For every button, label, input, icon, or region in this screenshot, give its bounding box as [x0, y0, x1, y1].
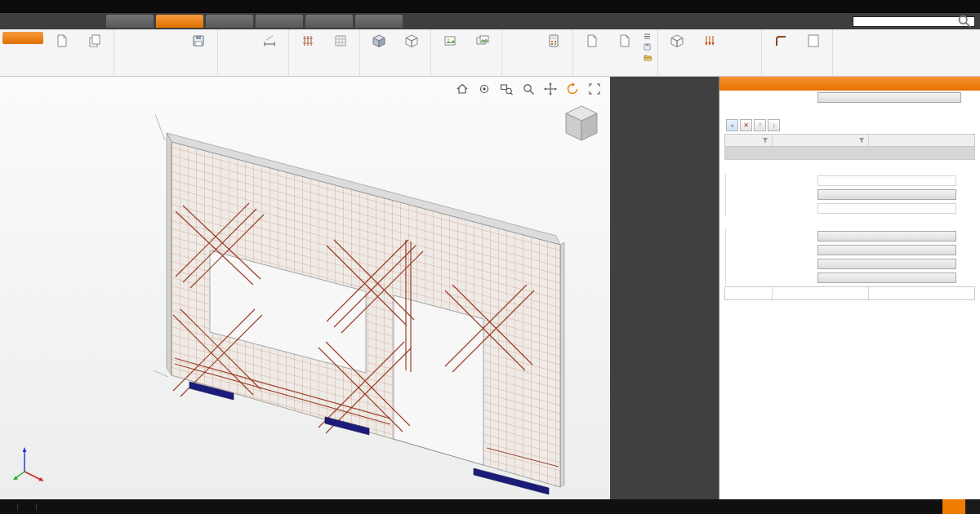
search-box[interactable] [853, 16, 975, 27]
group-label-pictures [434, 74, 499, 76]
position-section-body [725, 229, 980, 285]
dimension-lines-button[interactable] [253, 31, 286, 49]
filter-icon[interactable] [762, 137, 768, 144]
section-position[interactable] [719, 217, 980, 229]
open-folder-icon [643, 53, 653, 62]
move-impulse-down-button[interactable]: ↓ [768, 119, 780, 131]
load-case-type-select[interactable] [817, 92, 961, 103]
website-link[interactable] [942, 499, 965, 514]
ribbon-group-templates [573, 29, 658, 76]
master-select[interactable] [817, 245, 956, 255]
tab-report[interactable] [305, 15, 353, 28]
tab-materials[interactable] [355, 15, 403, 28]
ribbon-group-project-items [0, 29, 114, 76]
ribbon-group-new [658, 29, 762, 76]
load-impulse-row-ll1[interactable] [725, 147, 974, 159]
tab-design[interactable] [156, 15, 203, 28]
title-bar [0, 0, 980, 13]
f-value-field[interactable] [817, 175, 956, 186]
calculation-settings-button[interactable] [505, 31, 537, 49]
ribbon-group-import [762, 29, 833, 76]
model-view-button[interactable] [395, 31, 428, 49]
apply-template-button[interactable] [608, 31, 641, 49]
impulse-name-cell [725, 147, 773, 159]
edge-select[interactable] [817, 259, 956, 269]
load-impulse-row-ll2[interactable] [725, 287, 974, 299]
navigator-tree [610, 77, 719, 499]
gallery-icon [475, 33, 490, 48]
new-picture-button[interactable] [434, 31, 466, 49]
real-3d-button[interactable] [363, 31, 395, 49]
save-icon [191, 33, 206, 48]
template-manager-button[interactable] [643, 31, 655, 42]
edge-row [726, 257, 980, 271]
template-open-button[interactable] [643, 52, 655, 63]
properties-header [719, 77, 980, 91]
section-load-impulses[interactable] [719, 106, 980, 118]
group-label-draw [292, 74, 357, 76]
position-on-edge-select[interactable] [817, 273, 956, 283]
zoom-icon[interactable] [521, 82, 536, 96]
rotate-icon[interactable] [565, 82, 580, 96]
direction-select[interactable] [817, 189, 956, 200]
inclination-field[interactable] [817, 203, 956, 214]
ribbon-group-calculation [502, 29, 573, 76]
rebar-assembly-button[interactable] [764, 31, 797, 49]
group-label-data [117, 74, 215, 76]
wall-right-face [560, 242, 564, 487]
fullscreen-icon[interactable] [587, 82, 602, 96]
tab-tools[interactable] [206, 15, 253, 28]
pan-icon[interactable] [543, 82, 558, 96]
door-opening-o2[interactable] [394, 295, 483, 465]
member-names-button[interactable] [220, 31, 253, 49]
wall-left-face [167, 133, 172, 375]
line-load-section-body [725, 174, 980, 215]
wireframe-cube-icon [403, 33, 420, 49]
save-button[interactable] [182, 31, 215, 49]
calculate-button[interactable] [537, 31, 570, 49]
zoom-window-icon[interactable] [499, 82, 514, 96]
new-combination-button[interactable] [726, 31, 759, 49]
inclination-row [726, 202, 980, 215]
info-icon[interactable] [965, 499, 980, 514]
template-save-button[interactable] [643, 42, 655, 52]
project-item-selector[interactable] [2, 32, 43, 44]
load-impulse-table-continued [724, 286, 975, 300]
rebars-toggle-button[interactable] [292, 31, 324, 49]
direction-row [726, 188, 980, 202]
coordinate-axes [11, 441, 57, 486]
new-project-item-button[interactable] [46, 31, 78, 49]
viewport-3d-scene[interactable] [0, 77, 610, 499]
copy-project-item-button[interactable] [78, 31, 111, 49]
impulse-type-cell [773, 287, 869, 299]
gallery-button[interactable] [466, 31, 499, 49]
grid-toggle-button[interactable] [324, 31, 357, 49]
defined-row [726, 229, 980, 243]
redo-button[interactable] [149, 31, 182, 49]
add-load-impulse-button[interactable]: ＋ [726, 119, 738, 131]
search-input[interactable] [856, 18, 957, 25]
new-load-case-ribbon-button[interactable] [693, 31, 726, 49]
move-impulse-up-button[interactable]: ↑ [754, 119, 766, 131]
tab-project[interactable] [106, 15, 154, 28]
orbit-view-icon[interactable] [477, 82, 492, 96]
new-model-entity-button[interactable] [661, 31, 693, 49]
filter-icon[interactable] [858, 137, 865, 144]
tab-check[interactable] [256, 15, 303, 28]
impulse-name-cell [725, 287, 773, 299]
group-label-labels [220, 74, 286, 76]
defined-select[interactable] [817, 231, 956, 241]
navigation-cube[interactable] [563, 103, 600, 144]
dxf-import-button[interactable] [797, 31, 830, 49]
ribbon-group-view-settings [360, 29, 431, 76]
master-row [726, 243, 980, 257]
type-column-header[interactable] [773, 135, 869, 146]
section-line-load[interactable] [719, 162, 980, 174]
create-template-button[interactable] [576, 31, 608, 49]
delete-load-impulse-button[interactable]: ✕ [740, 119, 752, 131]
name-column-header[interactable] [725, 135, 773, 146]
home-view-icon[interactable] [455, 82, 470, 96]
undo-button[interactable] [117, 31, 149, 49]
viewport-3d[interactable] [0, 77, 610, 499]
copy-icon [87, 33, 102, 48]
